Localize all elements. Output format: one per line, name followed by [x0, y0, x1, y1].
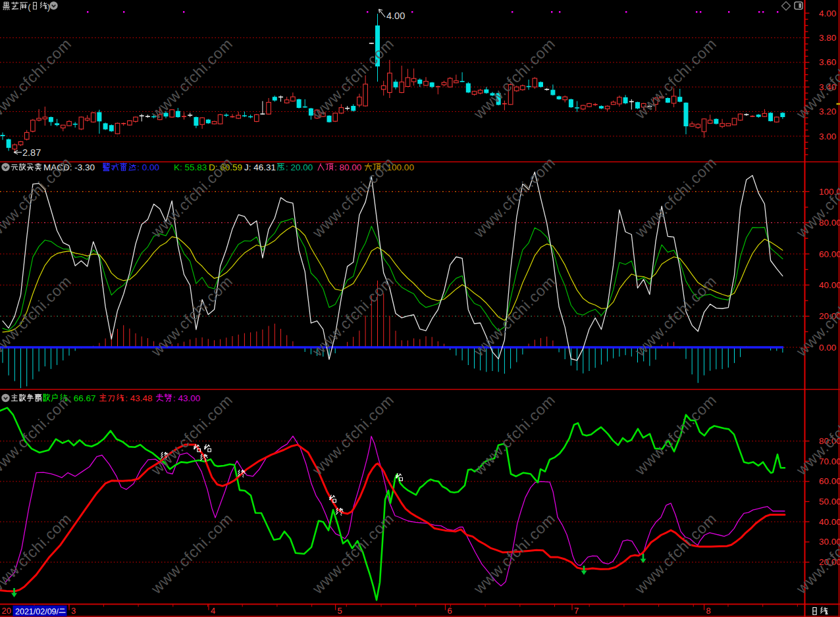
svg-text:6: 6 — [448, 606, 452, 616]
svg-text:: 20.00: : 20.00 — [286, 162, 313, 172]
svg-text:40.00: 40.00 — [819, 517, 840, 527]
svg-text:4: 4 — [211, 606, 215, 616]
svg-text:: 0.00: : 0.00 — [137, 162, 159, 172]
svg-text:3: 3 — [71, 606, 76, 616]
svg-text:7: 7 — [574, 606, 579, 616]
svg-text:): ) — [47, 2, 51, 12]
svg-text:3.20: 3.20 — [819, 107, 836, 116]
svg-text:4.00: 4.00 — [819, 9, 836, 18]
svg-text:60.00: 60.00 — [819, 476, 840, 486]
svg-text:J: 46.31: J: 46.31 — [244, 162, 276, 172]
svg-text:K: 55.83: K: 55.83 — [174, 162, 207, 172]
svg-text:(: ( — [28, 2, 31, 12]
svg-text:3.80: 3.80 — [819, 33, 836, 43]
svg-text:: 43.48: : 43.48 — [125, 393, 152, 403]
svg-text:5: 5 — [338, 606, 342, 616]
svg-text:3.60: 3.60 — [819, 57, 836, 67]
svg-text:50.00: 50.00 — [819, 497, 840, 506]
svg-text:40.00: 40.00 — [819, 280, 840, 290]
svg-text:0.00: 0.00 — [819, 343, 836, 353]
svg-text:4.00: 4.00 — [386, 11, 405, 21]
svg-text:: 43.00: : 43.00 — [173, 393, 200, 403]
svg-text:60.00: 60.00 — [819, 249, 840, 259]
svg-text:2.87: 2.87 — [22, 147, 41, 158]
svg-text:3.00: 3.00 — [819, 132, 836, 141]
svg-text:: 80.00: : 80.00 — [334, 162, 361, 172]
svg-text:2021/02/09/: 2021/02/09/ — [15, 607, 59, 616]
svg-text:8: 8 — [706, 606, 711, 616]
svg-text:20: 20 — [2, 606, 11, 616]
